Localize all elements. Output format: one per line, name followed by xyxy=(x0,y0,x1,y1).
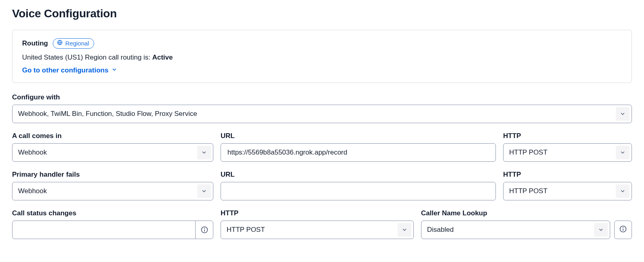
status-http-value: HTTP POST xyxy=(227,226,265,234)
caller-name-select[interactable]: Disabled xyxy=(421,221,610,239)
page-title: Voice Configuration xyxy=(12,7,632,20)
configure-with-value: Webhook, TwiML Bin, Function, Studio Flo… xyxy=(18,110,197,118)
chevron-down-icon xyxy=(616,146,630,159)
chevron-down-icon xyxy=(197,146,211,159)
configure-with-group: Configure with Webhook, TwiML Bin, Funct… xyxy=(12,93,632,123)
primary-fail-type-select[interactable]: Webhook xyxy=(12,182,213,200)
primary-fail-row: Primary handler fails Webhook URL HTTP H… xyxy=(12,171,632,200)
status-changes-label: Call status changes xyxy=(12,209,213,217)
chevron-down-icon xyxy=(616,184,630,198)
primary-fail-type-label: Primary handler fails xyxy=(12,171,213,179)
call-in-type-select[interactable]: Webhook xyxy=(12,143,213,162)
info-icon[interactable] xyxy=(195,221,213,239)
regional-pill-label: Regional xyxy=(65,39,89,47)
routing-card: Routing Regional United States (US1) Reg… xyxy=(12,30,632,83)
call-in-http-value: HTTP POST xyxy=(509,149,547,157)
svg-point-3 xyxy=(204,228,204,229)
call-comes-in-row: A call comes in Webhook URL HTTP HTTP PO… xyxy=(12,132,632,162)
svg-point-6 xyxy=(623,227,623,228)
other-configurations-link[interactable]: Go to other configurations xyxy=(22,66,117,74)
globe-icon xyxy=(57,39,63,47)
chevron-down-icon xyxy=(594,223,608,237)
regional-pill[interactable]: Regional xyxy=(53,38,94,49)
chevron-down-icon xyxy=(616,107,630,121)
primary-fail-url-label: URL xyxy=(221,171,496,179)
chevron-down-icon xyxy=(197,184,211,198)
status-changes-input[interactable] xyxy=(12,221,213,239)
primary-fail-http-value: HTTP POST xyxy=(509,187,547,195)
call-in-url-label: URL xyxy=(221,132,496,140)
primary-fail-url-input[interactable] xyxy=(221,182,496,200)
routing-status: United States (US1) Region call routing … xyxy=(22,54,622,62)
chevron-down-icon xyxy=(111,66,117,74)
call-in-type-value: Webhook xyxy=(18,149,47,157)
status-http-label: HTTP xyxy=(221,209,414,217)
primary-fail-url-field[interactable] xyxy=(227,182,490,200)
primary-fail-http-label: HTTP xyxy=(503,171,632,179)
primary-fail-type-value: Webhook xyxy=(18,187,47,195)
configure-with-label: Configure with xyxy=(12,93,632,101)
call-in-http-select[interactable]: HTTP POST xyxy=(503,143,632,162)
caller-name-label: Caller Name Lookup xyxy=(421,209,610,217)
routing-status-value: Active xyxy=(152,54,173,61)
caller-name-value: Disabled xyxy=(427,226,454,234)
other-configurations-label: Go to other configurations xyxy=(22,66,108,74)
primary-fail-http-select[interactable]: HTTP POST xyxy=(503,182,632,200)
status-http-select[interactable]: HTTP POST xyxy=(221,221,414,239)
call-in-type-label: A call comes in xyxy=(12,132,213,140)
configure-with-select[interactable]: Webhook, TwiML Bin, Function, Studio Flo… xyxy=(12,105,632,123)
call-in-http-label: HTTP xyxy=(503,132,632,140)
status-changes-field[interactable] xyxy=(18,221,195,239)
chevron-down-icon xyxy=(398,223,411,237)
info-icon xyxy=(619,225,627,235)
call-in-url-field[interactable] xyxy=(227,144,490,161)
status-caller-row: Call status changes HTTP HTTP POST Calle… xyxy=(12,209,632,239)
caller-name-info-button[interactable] xyxy=(614,221,632,239)
call-in-url-input[interactable] xyxy=(221,143,496,162)
routing-status-prefix: United States (US1) Region call routing … xyxy=(22,54,152,61)
routing-label: Routing xyxy=(22,39,48,47)
